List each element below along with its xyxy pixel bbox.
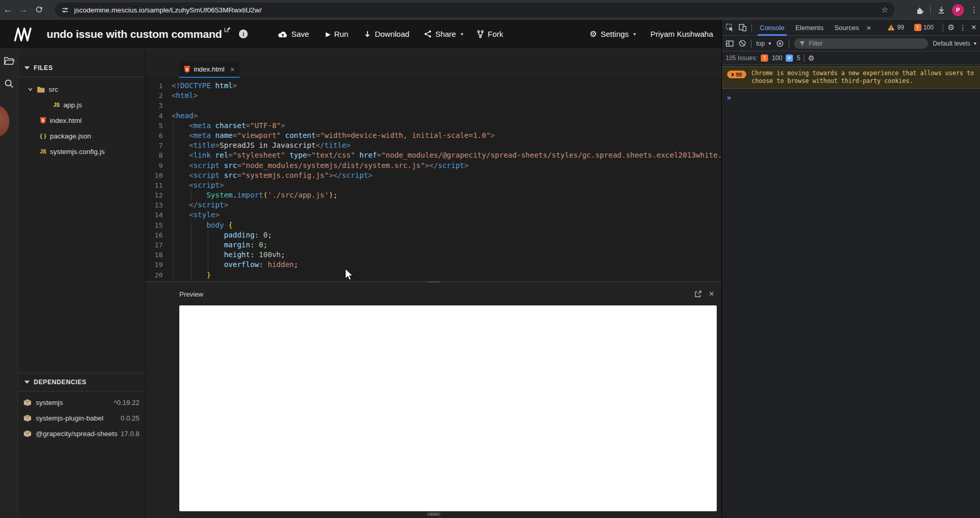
dependency-row[interactable]: @grapecity/spread-sheets17.0.8 — [18, 426, 146, 441]
line-number: 11 — [146, 180, 163, 190]
js-file-icon: JS — [53, 102, 60, 108]
console-prompt-chevron[interactable]: > — [727, 94, 980, 102]
code-line-11[interactable]: 11 <script> — [146, 180, 721, 190]
tab-console[interactable]: Console — [757, 20, 788, 36]
live-expression-icon[interactable] — [776, 39, 784, 48]
code-line-15[interactable]: 15 body { — [146, 220, 721, 230]
search-icon[interactable] — [4, 78, 15, 89]
file-tree-item-src[interactable]: src — [18, 81, 145, 97]
extensions-icon[interactable] — [915, 6, 924, 15]
bottom-splitter-grip[interactable] — [427, 512, 441, 516]
files-panel-icon[interactable] — [4, 56, 15, 66]
context-selector[interactable]: top▾ — [756, 40, 771, 47]
dependencies-list: systemjs^0.19.22systemjs-plugin-babel0.0… — [18, 395, 146, 441]
indent-guide — [173, 180, 174, 190]
files-section-header[interactable]: FILES — [18, 62, 145, 74]
console-sidebar-icon[interactable] — [726, 39, 734, 48]
code-line-8[interactable]: 8 <link rel="stylesheet" type="text/css"… — [146, 150, 721, 160]
file-tree-item-app-js[interactable]: JSapp.js — [18, 97, 145, 113]
open-in-new-window-icon[interactable] — [694, 290, 702, 298]
devtools-close-icon[interactable]: × — [971, 22, 976, 33]
toolbar-divider — [751, 23, 752, 32]
reload-icon[interactable] — [31, 5, 47, 14]
code-line-4[interactable]: 4<head> — [146, 111, 721, 121]
line-number: 7 — [146, 141, 163, 150]
line-number: 17 — [146, 240, 163, 250]
devtools-settings-icon[interactable]: ⚙ — [948, 23, 955, 32]
downloads-icon[interactable] — [937, 6, 946, 15]
indent-guide — [173, 270, 174, 280]
edit-title-icon[interactable] — [224, 26, 231, 33]
dependency-row[interactable]: systemjs-plugin-babel0.0.25 — [18, 410, 146, 426]
fork-button[interactable]: Fork — [477, 30, 503, 38]
save-button[interactable]: Save — [278, 30, 309, 38]
info-icon[interactable]: i — [239, 30, 248, 38]
code-line-17[interactable]: 17 margin: 0; — [146, 240, 721, 250]
dependency-row[interactable]: systemjs^0.19.22 — [18, 395, 146, 410]
tab-sources[interactable]: Sources — [831, 20, 862, 36]
code-line-14[interactable]: 14 <style> — [146, 210, 721, 220]
url-text[interactable]: jscodemine.mescius.io/sample/LzuhySmUf06… — [74, 6, 882, 14]
code-line-6[interactable]: 6 <meta name="viewport" content="width=d… — [146, 131, 721, 141]
run-button[interactable]: ▶ Run — [325, 30, 348, 38]
download-button[interactable]: Download — [364, 30, 409, 38]
preview-close-icon[interactable]: × — [709, 289, 714, 299]
site-settings-icon[interactable] — [61, 6, 69, 14]
browser-menu-icon[interactable]: ⋮ — [970, 5, 978, 15]
url-bar[interactable]: jscodemine.mescius.io/sample/LzuhySmUf06… — [55, 3, 894, 17]
share-button[interactable]: Share▾ — [424, 30, 463, 38]
code-line-16[interactable]: 16 padding: 0; — [146, 230, 721, 240]
settings-button[interactable]: ⚙ Settings▾ — [590, 29, 636, 39]
code-line-5[interactable]: 5 <meta charset="UTF-8"> — [146, 121, 721, 131]
code-line-1[interactable]: 1<!DOCTYPE html> — [146, 81, 721, 91]
share-icon — [424, 30, 432, 38]
code-line-3[interactable]: 3 — [146, 101, 721, 110]
rail-avatar-fragment[interactable] — [0, 106, 9, 137]
package-icon — [23, 414, 32, 422]
devtools-menu-icon[interactable]: ⋮ — [959, 23, 967, 32]
profile-avatar[interactable]: P — [952, 4, 964, 16]
file-tree-item-systemjs-config-js[interactable]: JSsystemjs.config.js — [18, 144, 145, 159]
warnings-indicator[interactable]: 99 — [887, 24, 904, 31]
preview-viewport[interactable] — [179, 305, 717, 511]
code-line-7[interactable]: 7 <title>SpreadJS in Javascript</title> — [146, 141, 721, 150]
dependencies-section-header[interactable]: DEPENDENCIES — [18, 376, 146, 388]
fork-icon — [477, 30, 484, 38]
code-line-2[interactable]: 2<html> — [146, 91, 721, 101]
clear-console-icon[interactable] — [738, 39, 746, 47]
dependency-name: systemjs — [36, 399, 63, 407]
user-name[interactable]: Priyam Kushwaha — [650, 30, 713, 38]
back-icon[interactable]: ← — [0, 5, 16, 15]
more-tabs-icon[interactable]: » — [867, 23, 871, 32]
forward-icon[interactable]: → — [16, 5, 31, 15]
code-line-19[interactable]: 19 overflow: hidden; — [146, 260, 721, 270]
inspect-element-icon[interactable] — [726, 23, 734, 32]
indent-guide — [208, 240, 208, 250]
log-levels-dropdown[interactable]: Default levels▾ — [933, 40, 976, 47]
code-line-10[interactable]: 10 <script src="systemjs.config.js"></sc… — [146, 171, 721, 180]
line-number: 13 — [146, 200, 163, 210]
console-warning-group[interactable]: 99 Chrome is moving towards a new experi… — [722, 66, 980, 89]
code-line-18[interactable]: 18 height: 100vh; — [146, 250, 721, 260]
tab-index-html[interactable]: 5 index.html × — [179, 62, 239, 78]
issues-settings-icon[interactable]: ⚙ — [808, 54, 815, 62]
collapse-triangle-icon — [24, 66, 30, 69]
toolbar-divider — [751, 39, 751, 48]
file-tree-item-package-json[interactable]: { }package.json — [18, 128, 145, 144]
issues-indicator[interactable]: ! 100 — [914, 24, 934, 31]
code-line-12[interactable]: 12 System.import('./src/app.js'); — [146, 190, 721, 200]
bookmark-star-icon[interactable]: ☆ — [882, 5, 888, 15]
code-line-13[interactable]: 13 </script> — [146, 200, 721, 210]
code-text: <head> — [172, 111, 198, 120]
code-line-9[interactable]: 9 <script src="node_modules/systemjs/dis… — [146, 161, 721, 171]
issues-count-label[interactable]: 105 Issues: — [726, 54, 757, 62]
code-editor[interactable]: 1<!DOCTYPE html>2<html>34<head>5 <meta c… — [146, 78, 721, 281]
code-text: <html> — [172, 91, 198, 100]
device-toolbar-icon[interactable] — [738, 23, 747, 32]
console-filter-input[interactable]: Filter — [794, 38, 928, 49]
code-line-20[interactable]: 20 } — [146, 270, 721, 280]
file-tree-item-index-html[interactable]: 5index.html — [18, 113, 145, 128]
tab-elements[interactable]: Elements — [792, 20, 827, 36]
tab-close-icon[interactable]: × — [230, 65, 234, 74]
warning-group-count-badge[interactable]: 99 — [727, 71, 746, 78]
